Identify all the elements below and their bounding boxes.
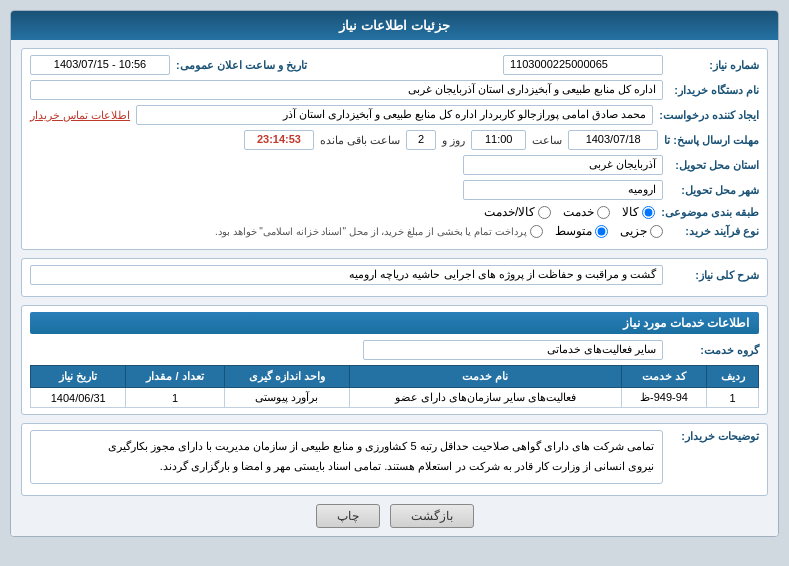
process-esnad[interactable]: پرداخت تمام یا بخشی از مبلغ خرید، از محل… xyxy=(215,225,543,238)
creator-label: ایجاد کننده درخواست: xyxy=(659,109,759,122)
back-button[interactable]: بازگشت xyxy=(390,504,474,528)
row-deadline: مهلت ارسال پاسخ: تا 1403/07/18 ساعت 11:0… xyxy=(30,130,759,150)
col-service-code: کد خدمت xyxy=(621,366,706,388)
need-number-label: شماره نیاز: xyxy=(669,59,759,72)
cell-row-num: 1 xyxy=(707,388,759,408)
buyer-notes-label: توضیحات خریدار: xyxy=(669,430,759,443)
table-row: 1 949-94-ظ فعالیت‌های سایر سازمان‌های دا… xyxy=(31,388,759,408)
process-radio-group: جزیی متوسط پرداخت تمام یا بخشی از مبلغ خ… xyxy=(215,224,663,238)
date-value: 1403/07/18 xyxy=(568,130,658,150)
buttons-row: بازگشت چاپ xyxy=(21,504,768,528)
col-quantity: تعداد / مقدار xyxy=(126,366,224,388)
row-buyer-notes: توضیحات خریدار: تمامی شرکت های دارای گوا… xyxy=(30,430,759,484)
cell-service-code: 949-94-ظ xyxy=(621,388,706,408)
service-group-label: گروه خدمت: xyxy=(669,344,759,357)
service-table: ردیف کد خدمت نام خدمت واحد اندازه گیری ت… xyxy=(30,365,759,408)
announce-value: 1403/07/15 - 10:56 xyxy=(30,55,170,75)
need-number-value: 1103000225000065 xyxy=(503,55,663,75)
description-value: گشت و مراقبت و حفاظت از پروژه های اجرایی… xyxy=(30,265,663,285)
row-city: شهر محل تحویل: ارومیه xyxy=(30,180,759,200)
row-buyer-name: نام دستگاه خریدار: اداره کل منابع طبیعی … xyxy=(30,80,759,100)
main-container: جزئیات اطلاعات نیاز شماره نیاز: 11030002… xyxy=(10,10,779,537)
service-group-value: سایر فعالیت‌های خدماتی xyxy=(363,340,663,360)
page-title: جزئیات اطلاعات نیاز xyxy=(339,18,449,33)
row-creator: ایجاد کننده درخواست: محمد صادق امامی پور… xyxy=(30,105,759,125)
process-jozii-label: جزیی xyxy=(620,224,647,238)
province-label: استان محل تحویل: xyxy=(669,159,759,172)
page-header: جزئیات اطلاعات نیاز xyxy=(11,11,778,40)
content-area: شماره نیاز: 1103000225000065 تاریخ و ساع… xyxy=(11,40,778,536)
process-type-label: نوع فرآیند خرید: xyxy=(669,225,759,238)
remaining-value: 23:14:53 xyxy=(244,130,314,150)
buyer-name-label: نام دستگاه خریدار: xyxy=(669,84,759,97)
province-value: آذربایجان غربی xyxy=(463,155,663,175)
buyer-name-value: اداره کل منابع طبیعی و آبخیزداری استان آ… xyxy=(30,80,663,100)
days-label: روز و xyxy=(442,134,465,147)
note-line-2: نیروی انسانی از وزارت کار قادر به شرکت د… xyxy=(39,457,654,477)
process-esnad-label: پرداخت تمام یا بخشی از مبلغ خرید، از محل… xyxy=(215,226,527,237)
remaining-label: ساعت باقی مانده xyxy=(320,134,400,147)
print-button[interactable]: چاپ xyxy=(316,504,380,528)
days-value: 2 xyxy=(406,130,436,150)
category-kala-khedmat-label: کالا/خدمت xyxy=(484,205,535,219)
col-service-name: نام خدمت xyxy=(349,366,621,388)
process-motavasset-label: متوسط xyxy=(555,224,592,238)
process-motavasset[interactable]: متوسط xyxy=(555,224,608,238)
buyer-notes-section: توضیحات خریدار: تمامی شرکت های دارای گوا… xyxy=(21,423,768,496)
category-radio-group: کالا خدمت کالا/خدمت xyxy=(484,205,655,219)
note-line-1: تمامی شرکت های دارای گواهی صلاحیت حداقل … xyxy=(39,437,654,457)
process-jozii[interactable]: جزیی xyxy=(620,224,663,238)
description-section: شرح کلی نیاز: گشت و مراقبت و حفاظت از پر… xyxy=(21,258,768,297)
city-value: ارومیه xyxy=(463,180,663,200)
col-unit: واحد اندازه گیری xyxy=(224,366,349,388)
cell-unit: برآورد پیوستی xyxy=(224,388,349,408)
category-kala-label: کالا xyxy=(622,205,639,219)
cell-quantity: 1 xyxy=(126,388,224,408)
category-label: طبقه بندی موضوعی: xyxy=(661,206,759,219)
time-separator: ساعت xyxy=(532,134,562,147)
cell-service-name: فعالیت‌های سایر سازمان‌های دارای عضو xyxy=(349,388,621,408)
col-date: تاریخ نیاز xyxy=(31,366,126,388)
service-section: اطلاعات خدمات مورد نیاز گروه خدمت: سایر … xyxy=(21,305,768,415)
buyer-notes-value: تمامی شرکت های دارای گواهی صلاحیت حداقل … xyxy=(30,430,663,484)
category-kala-khedmat[interactable]: کالا/خدمت xyxy=(484,205,551,219)
description-label: شرح کلی نیاز: xyxy=(669,269,759,282)
time-value: 11:00 xyxy=(471,130,526,150)
city-label: شهر محل تحویل: xyxy=(669,184,759,197)
buyer-contact-link[interactable]: اطلاعات تماس خریدار xyxy=(30,109,130,122)
row-province: استان محل تحویل: آذربایجان غربی xyxy=(30,155,759,175)
creator-value: محمد صادق امامی پورازجالو کاربردار اداره… xyxy=(136,105,653,125)
cell-date: 1404/06/31 xyxy=(31,388,126,408)
category-khedmat-label: خدمت xyxy=(563,205,594,219)
service-section-title: اطلاعات خدمات مورد نیاز xyxy=(30,312,759,334)
row-category: طبقه بندی موضوعی: کالا خدمت کالا/خدمت xyxy=(30,205,759,219)
row-process-type: نوع فرآیند خرید: جزیی متوسط پرداخت تمام … xyxy=(30,224,759,238)
top-info-section: شماره نیاز: 1103000225000065 تاریخ و ساع… xyxy=(21,48,768,250)
row-need-number: شماره نیاز: 1103000225000065 تاریخ و ساع… xyxy=(30,55,759,75)
announce-label: تاریخ و ساعت اعلان عمومی: xyxy=(176,59,307,72)
category-kala[interactable]: کالا xyxy=(622,205,655,219)
send-time-label: مهلت ارسال پاسخ: تا xyxy=(664,134,759,147)
row-service-group: گروه خدمت: سایر فعالیت‌های خدماتی xyxy=(30,340,759,360)
row-description: شرح کلی نیاز: گشت و مراقبت و حفاظت از پر… xyxy=(30,265,759,285)
col-row-num: ردیف xyxy=(707,366,759,388)
category-khedmat[interactable]: خدمت xyxy=(563,205,610,219)
